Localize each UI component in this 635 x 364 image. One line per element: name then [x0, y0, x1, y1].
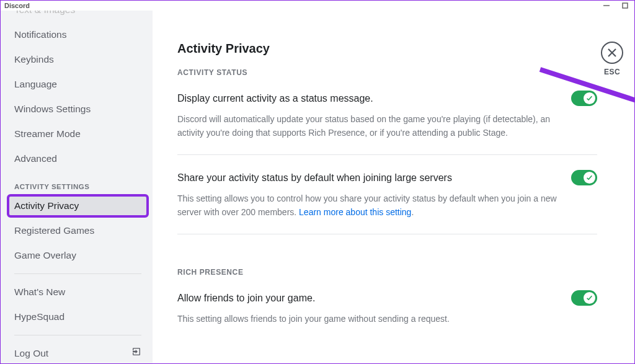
- setting-description: Discord will automatically update your s…: [177, 112, 562, 140]
- setting-item: Allow friends to join your game.This set…: [177, 290, 597, 326]
- setting-title: Share your activity status by default wh…: [177, 171, 452, 185]
- logout-icon: [131, 347, 141, 360]
- setting-description: This setting allows friends to join your…: [177, 312, 562, 326]
- toggle-knob: [584, 292, 595, 304]
- sidebar-item-label: Game Overlay: [14, 249, 76, 262]
- svg-rect-1: [623, 3, 628, 8]
- sidebar-item-activity-privacy[interactable]: Activity Privacy: [7, 194, 149, 218]
- sidebar-item-label: Registered Games: [14, 224, 94, 237]
- toggle-knob: [584, 172, 595, 184]
- sidebar-item-streamer-mode[interactable]: Streamer Mode: [8, 122, 148, 146]
- minimize-button[interactable]: [597, 1, 616, 11]
- settings-sidebar: Text & ImagesNotificationsKeybindsLangua…: [1, 11, 153, 363]
- sidebar-item-text-images[interactable]: Text & Images: [8, 11, 148, 22]
- setting-description: This setting allows you to control how y…: [177, 192, 562, 219]
- toggle-switch[interactable]: [571, 91, 597, 106]
- setting-row: Allow friends to join your game.: [177, 290, 597, 306]
- titlebar: Discord: [1, 1, 634, 11]
- setting-row: Share your activity status by default wh…: [177, 170, 597, 185]
- sidebar-item-what-s-new[interactable]: What's New: [8, 280, 148, 304]
- sidebar-item-windows-settings[interactable]: Windows Settings: [8, 97, 148, 121]
- close-settings-button[interactable]: ESC: [601, 42, 623, 76]
- toggle-switch[interactable]: [571, 170, 597, 185]
- content-divider: [177, 154, 597, 155]
- close-label: ESC: [601, 68, 623, 76]
- sidebar-divider: [14, 273, 141, 274]
- sidebar-item-label: Streamer Mode: [14, 127, 81, 141]
- toggle-switch[interactable]: [571, 290, 597, 306]
- section-header: RICH PRESENCE: [177, 268, 597, 277]
- setting-title: Display current activity as a status mes…: [177, 92, 373, 105]
- sidebar-item-hypesquad[interactable]: HypeSquad: [8, 305, 148, 329]
- setting-row: Display current activity as a status mes…: [177, 91, 597, 106]
- sidebar-item-label: Log Out: [14, 347, 48, 360]
- sidebar-item-label: Notifications: [14, 28, 66, 42]
- learn-more-link[interactable]: Learn more about this setting: [299, 207, 411, 217]
- content-divider: [177, 234, 597, 234]
- sidebar-item-label: Language: [14, 78, 57, 91]
- sidebar-section-header: ACTIVITY SETTINGS: [8, 172, 148, 194]
- sidebar-item-keybinds[interactable]: Keybinds: [8, 48, 148, 71]
- setting-item: Display current activity as a status mes…: [177, 91, 597, 140]
- sidebar-item-language[interactable]: Language: [8, 73, 148, 96]
- toggle-knob: [584, 92, 595, 104]
- sidebar-item-log-out[interactable]: Log Out: [8, 342, 148, 363]
- sidebar-item-label: Activity Privacy: [14, 199, 79, 213]
- setting-item: Share your activity status by default wh…: [177, 170, 597, 219]
- sidebar-item-advanced[interactable]: Advanced: [8, 147, 148, 171]
- close-icon: [601, 42, 623, 64]
- setting-title: Allow friends to join your game.: [177, 291, 315, 305]
- sidebar-item-label: HypeSquad: [14, 310, 64, 324]
- section-header: ACTIVITY STATUS: [177, 68, 597, 77]
- sidebar-divider: [14, 335, 141, 335]
- titlebar-controls: [597, 1, 634, 11]
- sidebar-item-label: Text & Images: [14, 11, 75, 17]
- settings-content: ESC Activity Privacy ACTIVITY STATUSDisp…: [153, 11, 634, 363]
- sidebar-item-game-overlay[interactable]: Game Overlay: [8, 244, 148, 267]
- sidebar-item-registered-games[interactable]: Registered Games: [8, 219, 148, 242]
- titlebar-title: Discord: [4, 2, 30, 9]
- sidebar-item-label: Advanced: [14, 152, 57, 166]
- sidebar-item-label: Keybinds: [14, 53, 54, 66]
- maximize-button[interactable]: [616, 1, 634, 11]
- sidebar-item-label: Windows Settings: [14, 102, 91, 116]
- app-container: Text & ImagesNotificationsKeybindsLangua…: [1, 11, 634, 363]
- page-title: Activity Privacy: [177, 42, 597, 56]
- sidebar-item-label: What's New: [14, 285, 65, 299]
- sidebar-item-notifications[interactable]: Notifications: [8, 23, 148, 47]
